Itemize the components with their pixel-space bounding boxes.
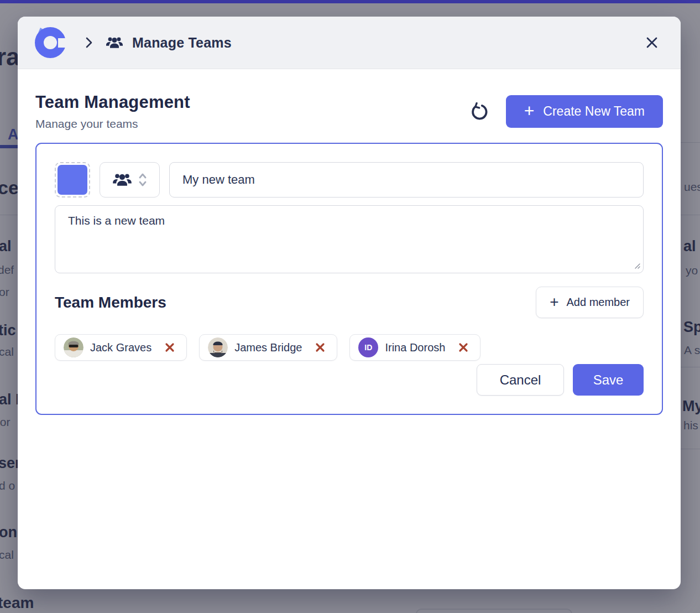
logo-notch — [58, 38, 69, 48]
form-actions-row: Cancel Save — [55, 364, 644, 396]
app-logo — [34, 27, 66, 59]
x-icon — [315, 342, 326, 353]
x-icon — [164, 342, 175, 353]
refresh-icon — [469, 102, 488, 121]
title-block: Team Management Manage your teams — [35, 92, 190, 131]
manage-teams-modal: Manage Teams Team Management Manage your… — [18, 17, 681, 589]
plus-icon: + — [550, 294, 558, 310]
page-top-accent-bar — [0, 0, 700, 3]
member-chip: ID Irina Dorosh — [349, 334, 480, 361]
member-chip: James Bridge — [199, 334, 337, 361]
member-name: James Bridge — [234, 341, 302, 354]
team-identity-row — [55, 162, 644, 198]
initials-avatar: ID — [358, 337, 378, 357]
team-members-row: Team Members + Add member — [55, 287, 644, 318]
add-member-button[interactable]: + Add member — [536, 287, 644, 318]
breadcrumb-title: Manage Teams — [132, 35, 232, 51]
remove-member-button[interactable] — [163, 341, 176, 354]
team-form-card: This is a new team Team Members + Add me… — [35, 143, 663, 415]
avatar — [64, 337, 83, 357]
plus-icon: + — [524, 102, 535, 120]
users-icon — [112, 172, 133, 188]
member-chip: Jack Graves — [55, 334, 187, 361]
page-subtitle: Manage your teams — [35, 117, 190, 131]
users-icon — [105, 35, 124, 50]
create-new-team-label: Create New Team — [543, 104, 645, 119]
modal-body: Team Management Manage your teams + Crea… — [18, 69, 681, 415]
team-icon-select[interactable] — [100, 162, 160, 198]
team-name-input[interactable] — [169, 162, 644, 198]
title-actions: + Create New Team — [467, 95, 663, 128]
page-title: Team Management — [35, 92, 190, 112]
chevron-right-icon — [85, 36, 93, 49]
remove-member-button[interactable] — [457, 341, 470, 354]
save-button[interactable]: Save — [573, 364, 644, 396]
member-name: Jack Graves — [90, 341, 152, 354]
team-description-textarea[interactable]: This is a new team — [55, 205, 644, 273]
team-description-wrap: This is a new team — [55, 205, 644, 276]
refresh-button[interactable] — [467, 100, 490, 123]
member-chips-row: Jack Graves — [55, 334, 644, 361]
remove-member-button[interactable] — [314, 341, 327, 354]
modal-header: Manage Teams — [18, 17, 681, 69]
title-row: Team Management Manage your teams + Crea… — [35, 92, 663, 131]
close-icon — [644, 35, 660, 50]
cancel-button[interactable]: Cancel — [477, 364, 564, 396]
select-chevrons-icon — [138, 172, 148, 188]
x-icon — [458, 342, 469, 353]
member-name: Irina Dorosh — [385, 341, 445, 354]
team-color-swatch-fill — [58, 165, 87, 195]
avatar — [208, 337, 228, 357]
team-members-heading: Team Members — [55, 294, 166, 311]
close-button[interactable] — [640, 30, 664, 55]
add-member-label: Add member — [567, 296, 630, 309]
create-new-team-button[interactable]: + Create New Team — [506, 95, 663, 128]
team-color-swatch[interactable] — [55, 162, 90, 198]
